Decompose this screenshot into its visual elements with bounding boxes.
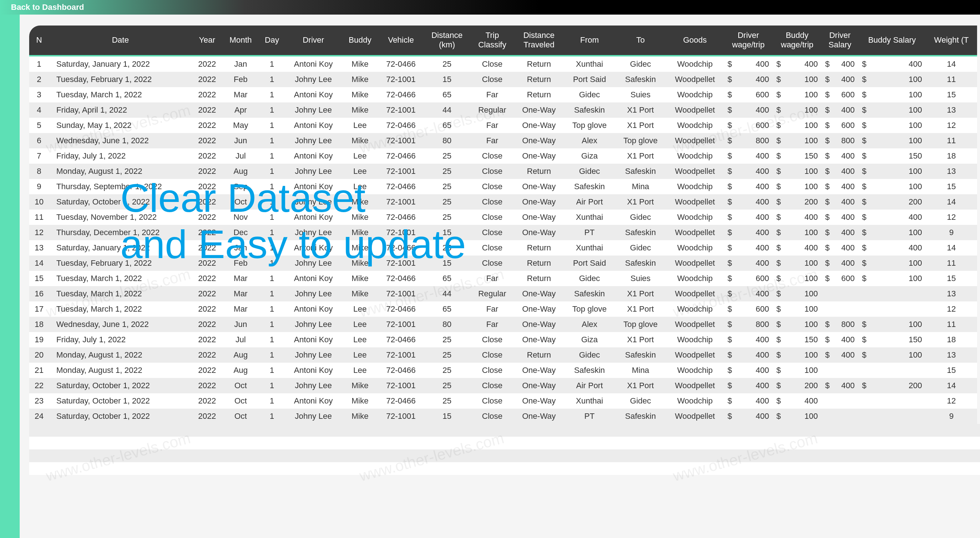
table-header-cell: Driver [285, 25, 342, 56]
table-cell: 5 [29, 118, 49, 133]
table-cell: 72-0466 [379, 148, 423, 164]
table-cell: $400 [724, 148, 773, 164]
table-cell: $400 [724, 378, 773, 393]
table-cell: 2022 [192, 378, 223, 393]
table-cell: Mike [342, 378, 379, 393]
table-cell: $100 [858, 317, 926, 332]
table-cell: Tuesday, February 1, 2022 [49, 72, 191, 87]
table-cell: 25 [423, 332, 470, 347]
table-cell: Safeskin [615, 72, 666, 87]
table-cell: Woodchip [666, 363, 724, 378]
table-header-cell: Buddywage/trip [773, 25, 821, 56]
table-cell: Mar [223, 271, 258, 286]
table-cell: Close [471, 56, 514, 72]
table-cell: $600 [821, 87, 858, 102]
table-cell: Far [471, 317, 514, 332]
table-cell: $100 [773, 271, 821, 286]
table-cell: $400 [724, 256, 773, 271]
table-cell: 1 [259, 286, 285, 301]
table-cell: Gidec [564, 164, 615, 179]
table-cell: $100 [773, 87, 821, 102]
table-header-cell: N [29, 25, 49, 56]
table-cell: 14 [29, 256, 49, 271]
table-row: 11Tuesday, November 1, 20222022Nov1Anton… [29, 210, 977, 225]
table-cell: Close [471, 240, 514, 256]
table-cell: Safeskin [564, 102, 615, 118]
table-cell: 1 [259, 194, 285, 210]
table-cell: Woodpellet [666, 409, 724, 424]
table-row: 9Thursday, September 1, 20222022Sep1Anto… [29, 179, 977, 194]
table-cell: $100 [773, 256, 821, 271]
table-cell: Safeskin [615, 256, 666, 271]
table-cell: Antoni Koy [285, 393, 342, 409]
table-cell: Thursday, December 1, 2022 [49, 225, 191, 240]
table-header-cell: To [615, 25, 666, 56]
table-cell: Mike [342, 133, 379, 148]
table-cell: Close [471, 194, 514, 210]
table-cell: 1 [259, 240, 285, 256]
table-cell: 1 [259, 393, 285, 409]
table-cell: Safeskin [615, 225, 666, 240]
table-cell: 2022 [192, 225, 223, 240]
back-to-dashboard-link[interactable]: Back to Dashboard [11, 3, 84, 12]
table-cell: Port Said [564, 72, 615, 87]
table-cell: Saturday, October 1, 2022 [49, 378, 191, 393]
table-cell: Suies [615, 87, 666, 102]
table-cell: 25 [423, 363, 470, 378]
table-row: 5Sunday, May 1, 20222022May1Antoni KoyLe… [29, 118, 977, 133]
table-cell: Port Said [564, 256, 615, 271]
table-cell: Air Port [564, 194, 615, 210]
table-cell: 15 [423, 72, 470, 87]
table-cell: Giza [564, 148, 615, 164]
table-cell: Woodchip [666, 210, 724, 225]
table-cell: Jun [223, 317, 258, 332]
table-header-cell: Buddy [342, 25, 379, 56]
table-cell: 1 [259, 378, 285, 393]
table-cell: 11 [926, 317, 977, 332]
table-cell: Mike [342, 393, 379, 409]
table-cell: Nov [223, 210, 258, 225]
table-cell: Close [471, 256, 514, 271]
table-cell: $400 [773, 56, 821, 72]
table-cell: 11 [926, 133, 977, 148]
table-cell: $100 [773, 317, 821, 332]
table-cell: $400 [821, 194, 858, 210]
table-header-row: NDateYearMonthDayDriverBuddyVehicleDista… [29, 25, 977, 56]
table-cell: 25 [423, 378, 470, 393]
table-row: 6Wednesday, June 1, 20222022Jun1Johny Le… [29, 133, 977, 148]
table-cell: One-Way [514, 332, 564, 347]
table-cell [858, 409, 926, 424]
table-cell: $100 [858, 102, 926, 118]
table-cell: Close [471, 164, 514, 179]
table-cell: Giza [564, 332, 615, 347]
table-cell: Apr [223, 102, 258, 118]
table-cell: 72-0466 [379, 87, 423, 102]
table-cell: Lee [342, 332, 379, 347]
table-cell: 8 [29, 164, 49, 179]
table-cell: Mike [342, 256, 379, 271]
table-cell: Wednesday, June 1, 2022 [49, 317, 191, 332]
table-cell: Lee [342, 148, 379, 164]
table-cell: PT [564, 225, 615, 240]
table-cell: 19 [29, 332, 49, 347]
table-cell: Return [514, 240, 564, 256]
table-cell: $400 [821, 56, 858, 72]
table-cell: 2022 [192, 409, 223, 424]
table-cell: $400 [724, 164, 773, 179]
table-cell: 18 [29, 317, 49, 332]
table-cell: 72-0466 [379, 301, 423, 317]
table-cell: Johny Lee [285, 102, 342, 118]
table-cell: 25 [423, 179, 470, 194]
table-cell: One-Way [514, 301, 564, 317]
table-cell: 14 [926, 194, 977, 210]
table-cell: 22 [29, 378, 49, 393]
table-cell: Sep [223, 179, 258, 194]
table-cell: Close [471, 148, 514, 164]
table-cell: One-Way [514, 409, 564, 424]
table-cell: Regular [471, 102, 514, 118]
table-cell: Close [471, 210, 514, 225]
table-cell: $100 [858, 72, 926, 87]
table-cell: One-Way [514, 148, 564, 164]
table-row: 14Tuesday, February 1, 20222022Feb1Johny… [29, 256, 977, 271]
table-cell: $400 [724, 332, 773, 347]
